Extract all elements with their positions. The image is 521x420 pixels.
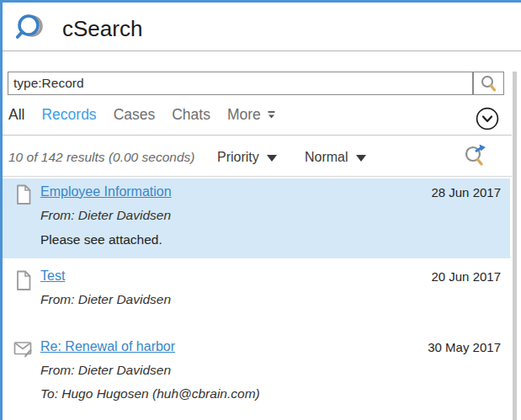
result-title-link[interactable]: Re: Renewal of harbor	[40, 339, 175, 354]
more-dropdown-icon	[267, 110, 276, 120]
results-summary: 10 of 142 results (0.00 seconds)	[8, 150, 194, 165]
tab-cases[interactable]: Cases	[114, 106, 156, 124]
window-border-top	[0, 0, 521, 3]
result-row[interactable]: Re: Renewal of harbor 30 May 2017 From: …	[3, 333, 510, 411]
document-icon	[15, 184, 33, 205]
tab-more-label: More	[227, 106, 261, 124]
search-button[interactable]	[473, 72, 504, 95]
expand-results-button[interactable]	[476, 107, 499, 130]
info-divider	[3, 176, 512, 177]
caret-down-icon	[267, 155, 277, 162]
circled-chevron-down-icon	[476, 107, 499, 130]
page-title: cSearch	[62, 16, 142, 42]
csearch-window: cSearch All Records Cases Chats More 10 …	[0, 0, 521, 420]
priority-dropdown-label: Priority	[217, 150, 259, 165]
header-divider	[3, 51, 521, 51]
result-from: From: Dieter Davidsen	[40, 363, 171, 378]
magnifier-icon	[480, 75, 497, 93]
tabs-divider	[3, 135, 512, 136]
result-row-selected[interactable]: Employee Information 28 Jun 2017 From: D…	[3, 178, 510, 258]
result-type-tabs: All Records Cases Chats More	[8, 106, 276, 124]
result-to: To: Hugo Hugosen (huh@cbrain.com)	[40, 386, 260, 401]
tab-records[interactable]: Records	[41, 106, 96, 124]
tab-all[interactable]: All	[8, 106, 24, 124]
document-icon	[15, 270, 33, 291]
result-from: From: Dieter Davidsen	[40, 292, 171, 307]
priority-value-label: Normal	[305, 150, 348, 165]
caret-down-icon	[356, 155, 366, 162]
tab-chats[interactable]: Chats	[172, 106, 210, 124]
result-from: From: Dieter Davidsen	[40, 208, 171, 223]
result-title-link[interactable]: Employee Information	[40, 184, 172, 199]
result-date: 28 Jun 2017	[431, 185, 501, 199]
result-snippet: Please see attached.	[40, 232, 162, 247]
email-icon	[13, 341, 35, 359]
magnifier-arrow-icon	[462, 141, 489, 168]
priority-value-dropdown[interactable]: Normal	[305, 150, 366, 165]
refine-search-button[interactable]	[462, 141, 489, 168]
search-input[interactable]	[8, 72, 473, 95]
result-title-link[interactable]: Test	[40, 268, 65, 284]
tab-more[interactable]: More	[227, 106, 276, 124]
scrollbar[interactable]	[513, 72, 517, 420]
csearch-logo-icon	[13, 12, 47, 45]
result-date: 30 May 2017	[428, 340, 501, 354]
result-date: 20 Jun 2017	[431, 269, 501, 284]
result-row[interactable]: Test 20 Jun 2017 From: Dieter Davidsen	[3, 264, 510, 318]
priority-dropdown[interactable]: Priority	[217, 150, 277, 165]
